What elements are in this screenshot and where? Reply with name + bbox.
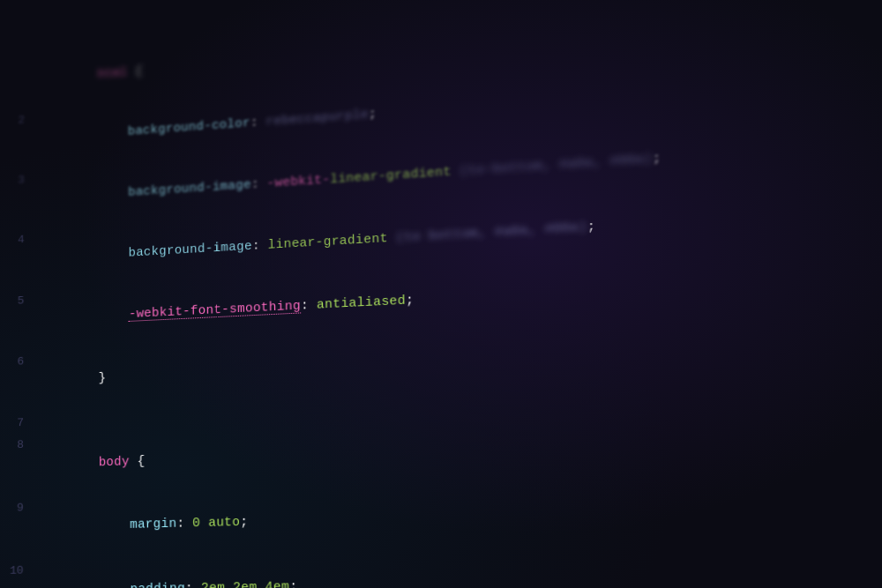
line-number: 6 (2, 352, 38, 372)
line-number: 8 (1, 435, 37, 456)
line-content: body { (37, 431, 145, 495)
line-number: 9 (1, 498, 37, 518)
line-number (3, 63, 38, 66)
editor-container: html { 2 background-color: rebeccapurple… (0, 0, 882, 588)
line-number: 5 (2, 291, 38, 311)
code-area: html { 2 background-color: rebeccapurple… (0, 0, 882, 588)
line-number: 10 (1, 561, 38, 580)
line-number: 7 (1, 413, 37, 434)
line-content (38, 413, 46, 433)
line-number: 3 (3, 170, 38, 190)
line-content: padding: 2em 2em 4em; (37, 555, 298, 588)
line-content: html { (38, 42, 142, 108)
line-content: margin: 0 auto; (37, 491, 249, 558)
line-content: } (38, 348, 107, 412)
line-number: 2 (3, 111, 38, 131)
line-number: 4 (2, 230, 38, 250)
